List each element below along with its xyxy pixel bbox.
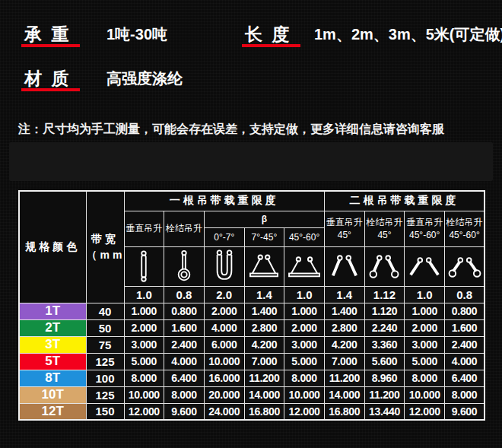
- double-choke-45-header: 栓结吊升 45°: [364, 211, 405, 246]
- double-choke-45-60-header: 栓结吊升 45°-60°: [445, 211, 485, 246]
- value-cell: 4.200: [324, 336, 364, 353]
- value-cell: 11.200: [364, 386, 405, 403]
- two-leg-bridle-wide-icon: [287, 252, 322, 281]
- double-col-angle: 45°: [325, 229, 364, 241]
- value-cell: 1.000: [405, 303, 445, 319]
- value-cell: 2.000: [204, 303, 244, 319]
- value-cell: 7.000: [324, 353, 364, 370]
- double-vertical-45-60-icon: [407, 252, 442, 281]
- material-label: 材 质: [24, 67, 71, 91]
- spec-color-cell-2t: 2T: [19, 319, 86, 336]
- value-cell: 7.000: [244, 353, 284, 370]
- value-cell: 9.600: [445, 403, 485, 420]
- value-cell: 3.360: [364, 336, 405, 353]
- value-cell: 9.600: [164, 403, 205, 420]
- value-cell: 3.000: [124, 336, 164, 353]
- value-cell: 14.000: [244, 386, 284, 403]
- value-cell: 13.440: [364, 403, 405, 420]
- length-underline: [242, 44, 300, 47]
- product-spec-image: 承 重 1吨-30吨 长 度 1m、2m、3m、5米(可定做) 材 质 高强度涤…: [0, 0, 502, 448]
- value-cell: 2.400: [164, 336, 205, 353]
- value-cell: 2.240: [364, 319, 405, 336]
- length-value: 1m、2m、3m、5米(可定做): [314, 24, 502, 45]
- value-cell: 11.200: [244, 370, 284, 386]
- band-width-cell: 125: [86, 386, 124, 403]
- value-cell: 4.000: [164, 353, 205, 370]
- value-cell: 2.800: [324, 319, 364, 336]
- beta-angle-cell: 0°-7°: [204, 227, 244, 246]
- value-cell: 3.000: [284, 336, 325, 353]
- double-col-name: 栓结吊升: [365, 216, 405, 228]
- single-sling-group-header: 一根吊带载重限度: [124, 191, 324, 211]
- material-underline: [21, 88, 80, 91]
- double-vertical-45-icon: [327, 252, 362, 281]
- value-cell: 12.000: [405, 403, 445, 420]
- value-cell: 6.000: [204, 336, 244, 353]
- value-cell: 4.000: [204, 319, 244, 336]
- vertical-lift-header: 垂直吊升: [124, 211, 164, 246]
- band-width-header-line2: （mm）: [87, 249, 125, 261]
- load-capacity-underline: [21, 44, 80, 47]
- icon-cell: [405, 246, 445, 286]
- value-cell: 11.200: [324, 370, 364, 386]
- double-col-angle: 45°: [365, 229, 405, 241]
- double-choke-45-60-icon: [447, 252, 482, 281]
- vertical-sling-icon: [135, 249, 152, 284]
- value-cell: 12.000: [284, 403, 325, 420]
- note-panel: [9, 142, 493, 181]
- value-cell: 8.960: [364, 370, 405, 386]
- icon-cell: [164, 246, 205, 286]
- double-col-name: 垂直吊升: [405, 216, 444, 228]
- band-width-header: 带宽 （mm）: [86, 191, 124, 303]
- beta-angle-cell: 7°-45°: [244, 227, 284, 246]
- icon-cell: [124, 246, 164, 286]
- value-cell: 1.000: [284, 303, 325, 319]
- icon-cell: [244, 246, 284, 286]
- factor-cell: 1.0: [405, 286, 445, 303]
- value-cell: 2.000: [124, 319, 164, 336]
- icon-cell: [364, 246, 405, 286]
- two-leg-bridle-narrow-icon: [246, 252, 281, 281]
- value-cell: 2.800: [244, 319, 284, 336]
- value-cell: 4.000: [445, 353, 485, 370]
- spec-color-cell-5t: 5T: [19, 353, 86, 370]
- spec-color-cell-3t: 3T: [19, 336, 86, 353]
- value-cell: 5.600: [364, 353, 405, 370]
- factor-cell: 1.0: [124, 286, 164, 303]
- value-cell: 2.400: [445, 336, 485, 353]
- band-width-cell: 75: [86, 336, 124, 353]
- material-value: 高强度涤纶: [106, 68, 183, 89]
- value-cell: 1.600: [445, 319, 485, 336]
- value-cell: 1.120: [364, 303, 405, 319]
- band-width-cell: 125: [86, 353, 124, 370]
- spec-color-cell-10t: 10T: [19, 386, 86, 403]
- double-col-name: 垂直吊升: [325, 216, 364, 228]
- band-width-cell: 100: [86, 370, 124, 386]
- value-cell: 8.000: [124, 370, 164, 386]
- value-cell: 5.000: [284, 353, 325, 370]
- value-cell: 8.000: [164, 386, 205, 403]
- value-cell: 0.800: [164, 303, 205, 319]
- length-label: 长 度: [245, 23, 291, 46]
- factor-cell: 1.12: [364, 286, 405, 303]
- value-cell: 10.000: [204, 353, 244, 370]
- band-width-cell: 50: [86, 319, 124, 336]
- value-cell: 6.400: [164, 370, 205, 386]
- beta-angle-cell: 45°-60°: [284, 227, 325, 246]
- double-col-angle: 45°-60°: [405, 229, 444, 241]
- load-limit-table: 规格颜色 带宽 （mm） 一根吊带载重限度 二根吊带载重限度 垂直吊升 栓结吊升…: [18, 190, 485, 421]
- value-cell: 12.000: [124, 403, 164, 420]
- value-cell: 20.000: [204, 386, 244, 403]
- load-capacity-value: 1吨-30吨: [106, 24, 167, 45]
- band-width-header-line1: 带宽: [91, 233, 119, 245]
- icon-cell: [324, 246, 364, 286]
- double-vertical-45-60-header: 垂直吊升 45°-60°: [405, 211, 445, 246]
- value-cell: 8.000: [405, 370, 445, 386]
- beta-header: β: [204, 211, 324, 227]
- value-cell: 6.400: [445, 370, 485, 386]
- factor-cell: 1.4: [244, 286, 284, 303]
- spec-color-cell-12t: 12T: [19, 403, 86, 420]
- band-width-cell: 150: [86, 403, 124, 420]
- spec-color-header: 规格颜色: [19, 191, 86, 303]
- value-cell: 16.000: [204, 370, 244, 386]
